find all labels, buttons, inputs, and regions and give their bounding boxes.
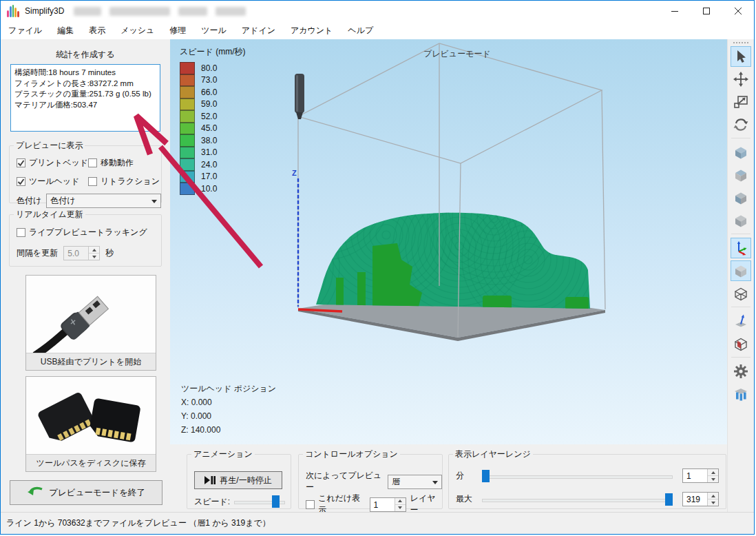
toolhead-x: X: 0.000 bbox=[181, 395, 276, 409]
preview-display-title: プレビューに表示 bbox=[14, 140, 85, 152]
animation-group: アニメーション 再生/一時停止 スピード: bbox=[187, 449, 291, 509]
redacted-title-text bbox=[216, 7, 246, 16]
view-cube-4[interactable] bbox=[731, 210, 751, 231]
save-toolpaths-button[interactable]: ツールパスをディスクに保存 bbox=[25, 376, 156, 472]
create-statistics-label[interactable]: 統計を作成する bbox=[1, 49, 170, 61]
rotate-icon bbox=[733, 117, 748, 132]
toolhead-position-readout: ツールヘッド ポジション X: 0.000 Y: 0.000 Z: 140.00… bbox=[181, 382, 276, 437]
animation-speed-slider[interactable] bbox=[234, 495, 285, 508]
status-bar: ライン 1から 703632までファイルをプレビュー （層1 から 319まで） bbox=[1, 512, 754, 534]
legend-swatch bbox=[180, 110, 195, 123]
preview-viewport[interactable]: Z プレビューモード スピード (mm/秒) 80.0 73.0 66.0 59… bbox=[170, 39, 729, 444]
toolbar-separator bbox=[731, 138, 750, 138]
stat-filament-length: フィラメントの長さ:83727.2 mm bbox=[14, 79, 156, 90]
legend-swatch bbox=[180, 158, 195, 171]
stat-plastic-weight: プラスチックの重量:251.73 g (0.55 lb) bbox=[14, 89, 156, 100]
toolbar-separator bbox=[731, 234, 750, 234]
view-cube-icon bbox=[733, 212, 749, 229]
statistics-box: 構築時間:18 hours 7 minutes フィラメントの長さ:83727.… bbox=[10, 64, 160, 132]
left-panel: 統計を作成する 構築時間:18 hours 7 minutes フィラメントの長… bbox=[1, 39, 170, 514]
menu-file[interactable]: ファイル bbox=[1, 21, 50, 40]
status-text: ライン 1から 703632までファイルをプレビュー （層1 から 319まで） bbox=[6, 517, 271, 529]
checkbox-live-preview-tracking[interactable]: ライブプレビュートラッキング bbox=[17, 227, 161, 238]
select-cursor-tool[interactable] bbox=[731, 46, 751, 67]
play-pause-button[interactable]: 再生/一時停止 bbox=[194, 471, 282, 489]
min-layer-slider[interactable] bbox=[482, 469, 673, 483]
wireframe-model-tool[interactable] bbox=[731, 283, 751, 304]
rotate-tool[interactable] bbox=[731, 114, 751, 135]
support-structures-tool[interactable] bbox=[731, 384, 751, 404]
coloring-label: 色付け bbox=[17, 195, 41, 207]
supports-icon bbox=[733, 386, 749, 402]
save-toolpaths-caption: ツールパスをディスクに保存 bbox=[26, 454, 156, 471]
view-toolbar bbox=[727, 39, 754, 514]
surface-normal-tool[interactable] bbox=[731, 311, 751, 331]
exit-preview-mode-button[interactable]: プレビューモードを終了 bbox=[10, 480, 162, 505]
toolhead-position-title: ツールヘッド ポジション bbox=[181, 382, 276, 395]
sd-cards-image bbox=[26, 377, 156, 455]
scale-tool[interactable] bbox=[731, 92, 751, 112]
translate-tool[interactable] bbox=[731, 69, 751, 90]
menu-account[interactable]: アカウント bbox=[283, 21, 340, 40]
close-button[interactable] bbox=[722, 1, 754, 21]
app-window: Simplify3D ファイル 編集 表示 メッシュ 修理 ツール アドイン ア… bbox=[0, 0, 755, 535]
normal-arrow-icon bbox=[733, 313, 748, 329]
scale-icon bbox=[733, 94, 748, 110]
realtime-updates-title: リアルタイム更新 bbox=[14, 209, 85, 220]
minimize-button[interactable] bbox=[659, 1, 691, 21]
coordinate-axes-tool[interactable] bbox=[731, 238, 751, 258]
play-pause-icon bbox=[204, 476, 216, 484]
view-cube-2[interactable] bbox=[731, 165, 751, 185]
speed-label: スピード: bbox=[194, 496, 230, 508]
maximize-button[interactable] bbox=[691, 1, 722, 21]
legend-title: スピード (mm/秒) bbox=[180, 46, 246, 58]
menu-mesh[interactable]: メッシュ bbox=[113, 21, 162, 40]
view-cube-3[interactable] bbox=[731, 187, 751, 208]
gear-icon bbox=[733, 363, 749, 380]
layer-range-group: 表示レイヤーレンジ 分 1 最大 319 bbox=[448, 449, 726, 509]
redacted-title-text bbox=[74, 7, 101, 16]
menu-view[interactable]: 表示 bbox=[81, 21, 113, 40]
show-only-layer-spinner[interactable]: 1 bbox=[370, 497, 406, 512]
checkbox-retraction[interactable]: リトラクション bbox=[88, 176, 161, 187]
solid-model-tool[interactable] bbox=[731, 260, 751, 281]
menu-addins[interactable]: アドイン bbox=[234, 21, 283, 40]
update-interval-label: 間隔を更新 bbox=[17, 247, 58, 259]
update-interval-spinner[interactable]: 5.0 bbox=[63, 246, 100, 260]
preview-display-group: プレビューに表示 プリントベッド 移動動作 ツールヘッド リトラクション bbox=[9, 140, 162, 203]
coloring-dropdown[interactable]: 色付け bbox=[46, 194, 161, 208]
menu-edit[interactable]: 編集 bbox=[50, 21, 81, 40]
checkbox-print-bed[interactable]: プリントベッド bbox=[17, 157, 88, 169]
xyz-axes-icon bbox=[733, 240, 748, 256]
legend-swatch bbox=[180, 99, 195, 111]
cross-section-tool[interactable] bbox=[731, 333, 751, 354]
toolhead-y: Y: 0.000 bbox=[181, 409, 276, 423]
realtime-updates-group: リアルタイム更新 ライブプレビュートラッキング 間隔を更新 5.0 秒 bbox=[9, 209, 162, 267]
start-usb-print-button[interactable]: USB経由でプリントを開始 bbox=[25, 275, 156, 371]
legend-swatch bbox=[180, 183, 195, 195]
menu-help[interactable]: ヘルプ bbox=[340, 21, 381, 40]
checkbox-travel-moves[interactable]: 移動動作 bbox=[88, 157, 161, 169]
legend-swatch bbox=[180, 62, 195, 74]
menu-repair[interactable]: 修理 bbox=[162, 21, 193, 40]
max-layer-spinner[interactable]: 319 bbox=[682, 492, 719, 506]
preview-by-dropdown[interactable]: 層 bbox=[388, 475, 442, 489]
view-cube-1[interactable] bbox=[731, 142, 751, 163]
toolbar-grip bbox=[733, 42, 748, 43]
menu-tools[interactable]: ツール bbox=[193, 21, 234, 40]
machine-settings-tool[interactable] bbox=[731, 361, 751, 382]
stat-build-time: 構築時間:18 hours 7 minutes bbox=[14, 68, 156, 79]
toolhead-indicator bbox=[295, 74, 304, 119]
speed-legend: スピード (mm/秒) 80.0 73.0 66.0 59.0 52.0 45.… bbox=[180, 46, 246, 195]
seconds-label: 秒 bbox=[105, 247, 114, 259]
legend-swatch bbox=[180, 86, 195, 99]
solid-cube-icon bbox=[733, 262, 749, 279]
toolhead-z: Z: 140.000 bbox=[181, 423, 276, 437]
min-layer-spinner[interactable]: 1 bbox=[682, 468, 719, 483]
preview-by-label: 次によってプレビュー bbox=[306, 470, 383, 493]
checkbox-toolhead[interactable]: ツールヘッド bbox=[17, 176, 88, 187]
max-layer-slider[interactable] bbox=[482, 493, 673, 506]
toolbar-separator bbox=[731, 357, 750, 358]
legend-swatch bbox=[180, 74, 195, 87]
app-logo-icon bbox=[7, 5, 19, 17]
